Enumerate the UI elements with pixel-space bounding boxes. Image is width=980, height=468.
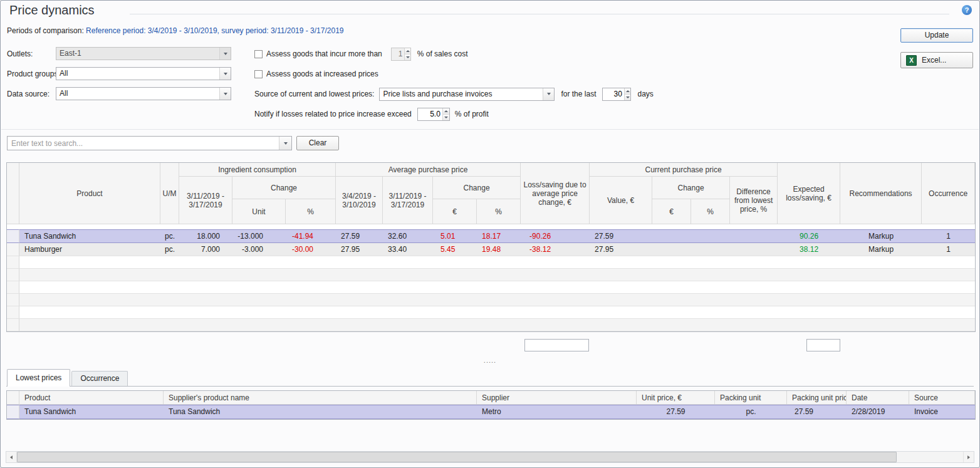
data-source-select[interactable]: All [56, 87, 231, 100]
avg-change-pct-cell: 19.48 [477, 243, 521, 256]
scroll-left-button[interactable] [6, 452, 17, 462]
table-row-empty[interactable] [7, 306, 975, 319]
header-ingredient-consumption[interactable]: Ingredient consumption [179, 163, 336, 177]
header-expected-loss-saving[interactable]: Expected loss/saving, € [778, 163, 840, 224]
header-recommendations[interactable]: Recommendations [840, 163, 922, 224]
header-change-euro[interactable]: € [652, 199, 691, 224]
current-change-eur-cell [652, 243, 691, 256]
header-product[interactable]: Product [19, 163, 160, 224]
header-consumption-change[interactable]: Change [232, 177, 336, 199]
header-consumption-period[interactable]: 3/11/2019 - 3/17/2019 [179, 177, 232, 224]
header-current-purchase-price[interactable]: Current purchase price [590, 163, 778, 177]
notify-spinner[interactable] [417, 108, 450, 121]
chevron-down-icon[interactable] [219, 88, 231, 100]
header-unit-price[interactable]: Unit price, € [637, 391, 715, 405]
table-row-empty[interactable] [7, 294, 975, 306]
chevron-down-icon[interactable] [543, 88, 554, 100]
occurrence-cell: 1 [922, 243, 975, 256]
diff-lowest-cell [730, 229, 778, 243]
for-last-spinner[interactable] [602, 88, 631, 101]
outlets-select[interactable]: East-1 [56, 47, 231, 60]
header-supplier-product-name[interactable]: Supplier's product name [164, 391, 477, 405]
table-row-empty[interactable] [7, 319, 975, 331]
spinner-down-icon[interactable] [443, 115, 449, 120]
header-avg-change[interactable]: Change [433, 177, 521, 199]
header-packing-unit[interactable]: Packing unit [715, 391, 787, 405]
table-row[interactable]: Hamburger pc. 7.000 -3.000 -30.00 27.95 … [7, 243, 975, 256]
header-um[interactable]: U/M [160, 163, 179, 224]
notify-input[interactable] [418, 108, 442, 120]
spinner-down-icon[interactable] [625, 95, 631, 100]
loss-saving-cell: -38.12 [521, 243, 590, 256]
spinner-down-icon[interactable] [405, 55, 410, 60]
title-divider [130, 14, 949, 14]
current-value-cell: 27.95 [590, 243, 652, 256]
avg-survey-cell: 32.60 [383, 229, 433, 243]
header-change-percent[interactable]: % [286, 199, 336, 224]
header-loss-saving-avg[interactable]: Loss/saving due to average price change,… [521, 163, 590, 224]
table-row-empty[interactable] [7, 256, 975, 269]
horizontal-scrollbar[interactable] [6, 451, 974, 463]
header-change-unit[interactable]: Unit [232, 199, 286, 224]
spinner-up-icon[interactable] [405, 48, 410, 55]
outlets-value: East-1 [56, 48, 219, 60]
assess-cost-checkbox[interactable] [254, 50, 263, 58]
header-date[interactable]: Date [847, 391, 909, 405]
periods-link[interactable]: Reference period: 3/4/2019 - 3/10/2019, … [86, 26, 343, 35]
header-current-change[interactable]: Change [652, 177, 730, 199]
consumption-cell: 18.000 [179, 229, 232, 243]
unit-price-cell: 27.59 [637, 405, 715, 419]
tab-lowest-prices[interactable]: Lowest prices [7, 369, 70, 387]
scroll-right-button[interactable] [963, 452, 974, 462]
help-icon[interactable]: ? [962, 5, 972, 15]
scroll-track[interactable] [17, 452, 963, 462]
spinner-up-icon[interactable] [625, 88, 631, 95]
chevron-down-icon[interactable] [279, 137, 291, 150]
header-occurrence[interactable]: Occurrence [922, 163, 975, 224]
table-row[interactable]: Tuna Sandwich Tuna Sandwich Metro 27.59 … [7, 405, 975, 419]
occurrence-cell: 1 [922, 229, 975, 243]
for-last-label: for the last [561, 90, 596, 98]
splitter-handle[interactable]: ..... [1, 357, 979, 365]
excel-button[interactable]: X Excel... [900, 52, 973, 68]
recommendation-cell: Markup [840, 229, 922, 243]
header-avg-purchase-price[interactable]: Average purchase price [336, 163, 521, 177]
header-supplier[interactable]: Supplier [477, 391, 637, 405]
table-row[interactable]: Tuna Sandwich pc. 18.000 -13.000 -41.94 … [7, 229, 975, 243]
change-unit-cell: -3.000 [232, 243, 286, 256]
chevron-down-icon[interactable] [219, 48, 231, 60]
page-title: Price dynamics [9, 3, 95, 18]
table-row-empty[interactable] [7, 281, 975, 294]
clear-button[interactable]: Clear [296, 136, 339, 150]
tab-occurrence[interactable]: Occurrence [71, 371, 128, 386]
header-diff-from-lowest[interactable]: Difference from lowest price, % [730, 177, 778, 224]
price-source-select[interactable]: Price lists and purchase invoices [379, 88, 555, 101]
assess-cost-group: Assess goods that incur more than % of s… [254, 47, 467, 61]
assess-increased-checkbox[interactable] [254, 70, 263, 78]
outlets-label: Outlets: [7, 47, 33, 61]
header-change-euro[interactable]: € [433, 199, 477, 224]
header-source[interactable]: Source [909, 391, 975, 405]
avg-change-eur-cell: 5.01 [433, 229, 477, 243]
header-survey-period[interactable]: 3/11/2019 - 3/17/2019 [383, 177, 433, 224]
for-last-input[interactable] [603, 88, 623, 100]
table-row-empty[interactable] [7, 269, 975, 281]
header-ref-period[interactable]: 3/4/2019 - 3/10/2019 [336, 177, 383, 224]
header-change-percent[interactable]: % [477, 199, 521, 224]
scroll-thumb[interactable] [17, 452, 897, 462]
row-indicator-header [7, 391, 19, 405]
header-change-percent[interactable]: % [691, 199, 730, 224]
assess-cost-spinner[interactable] [391, 48, 411, 61]
product-groups-select[interactable]: All [56, 67, 231, 80]
chevron-down-icon[interactable] [219, 68, 231, 80]
recommendation-cell: Markup [840, 243, 922, 256]
bottom-tabbar: Lowest prices Occurrence [6, 369, 974, 387]
header-product[interactable]: Product [19, 391, 164, 405]
assess-cost-input[interactable] [392, 48, 405, 60]
search-input[interactable] [8, 137, 279, 150]
header-value-euro[interactable]: Value, € [590, 177, 652, 224]
header-packing-unit-price[interactable]: Packing unit pric... [787, 391, 847, 405]
update-button[interactable]: Update [900, 28, 973, 43]
spinner-up-icon[interactable] [443, 108, 449, 115]
loss-saving-cell: -90.26 [521, 229, 590, 243]
